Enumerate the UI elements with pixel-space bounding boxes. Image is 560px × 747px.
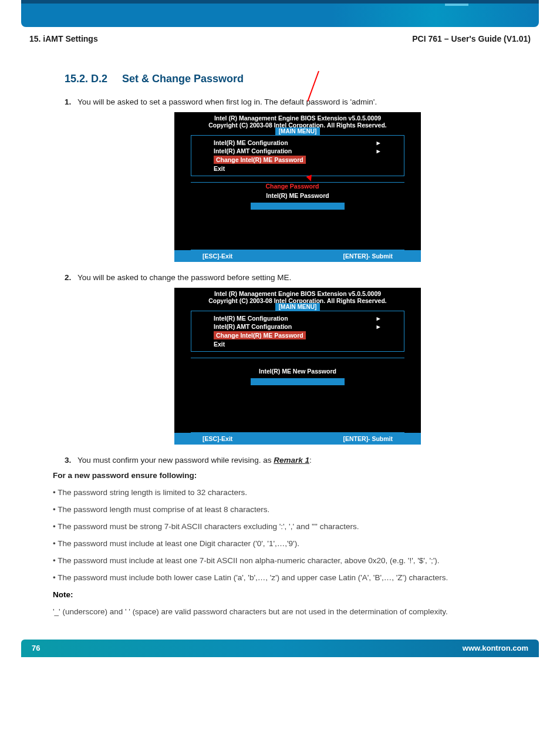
page-footer: 76 www.kontron.com: [21, 640, 539, 657]
arrow-icon: ►: [376, 147, 382, 154]
section-title: Set & Change Password: [122, 73, 244, 85]
menu-item-1: Intel(R) ME Configuration: [214, 315, 288, 322]
menu-item-4: Exit: [214, 165, 225, 172]
menu-item-4: Exit: [214, 341, 225, 348]
step-2: 2. You will be asked to change the passw…: [65, 272, 531, 283]
menu-item-3-highlight: Change Intel(R) ME Password: [214, 331, 306, 339]
bios-footer: [ESC]-Exit [ENTER]- Submit: [174, 250, 421, 262]
bios-menu: Intel(R) ME Configuration► Intel(R) AMT …: [191, 135, 404, 176]
bios-prompt-area: Intel(R) ME New Password: [174, 358, 421, 375]
bios-title-1: Intel (R) Management Engine BIOS Extensi…: [174, 115, 421, 122]
header-left: 15. iAMT Settings: [29, 34, 98, 43]
step-text: You must confirm your new password while…: [77, 455, 312, 466]
page-top-border: [21, 0, 539, 27]
step-text: You will be asked to change the password…: [77, 272, 291, 283]
step-1: 1. You will be asked to set a password w…: [65, 97, 531, 107]
bios-footer-right: [ENTER]- Submit: [343, 435, 393, 442]
menu-item-2: Intel(R) AMT Configuration: [214, 147, 292, 154]
section-number: 15.2. D.2: [65, 73, 107, 85]
page-number: 76: [32, 644, 40, 652]
arrow-icon: ►: [376, 139, 382, 146]
step-num: 1.: [65, 97, 77, 107]
bios-prompt-text: Intel(R) ME Password: [266, 192, 329, 199]
main-menu-label: [MAIN MENU]: [275, 303, 320, 311]
bios-footer-left: [ESC]-Exit: [203, 435, 232, 442]
bios-footer: [ESC]-Exit [ENTER]- Submit: [174, 433, 421, 445]
bios-prompt-text: Intel(R) ME New Password: [259, 368, 336, 375]
step-3-text-b: :: [309, 456, 312, 465]
arrow-icon: ►: [376, 323, 382, 330]
remark-bullet-2: • The password length must comprise of a…: [53, 505, 531, 514]
section-heading: 15.2. D.2 Set & Change Password: [65, 73, 531, 85]
page-header: 15. iAMT Settings PCI 761 – User's Guide…: [29, 34, 531, 43]
menu-item-3-highlight: Change Intel(R) ME Password: [214, 156, 306, 164]
note-label: Note:: [53, 590, 531, 599]
bios-screenshot-2: Intel (R) Management Engine BIOS Extensi…: [174, 288, 421, 445]
step-3-text-a: You must confirm your new password while…: [77, 456, 274, 465]
arrow-icon: ►: [376, 315, 382, 322]
bios-footer-left: [ESC]-Exit: [203, 253, 232, 260]
remark-bullet-5: • The password must include at least one…: [53, 556, 531, 565]
remark-bullet-3: • The password must be strong 7-bit ASCI…: [53, 522, 531, 531]
bios-title-1: Intel (R) Management Engine BIOS Extensi…: [174, 290, 421, 297]
remark-bullet-6: • The password must include both lower c…: [53, 573, 531, 582]
main-menu-label: [MAIN MENU]: [275, 127, 320, 135]
remark-intro: For a new password ensure following:: [53, 471, 531, 480]
step-num: 3.: [65, 455, 77, 466]
bios-screenshot-1: Intel (R) Management Engine BIOS Extensi…: [174, 112, 421, 262]
remark-bullet-4: • The password must include at least one…: [53, 539, 531, 548]
menu-item-1: Intel(R) ME Configuration: [214, 139, 288, 146]
step-3: 3. You must confirm your new password wh…: [65, 455, 531, 466]
bios-menu: Intel(R) ME Configuration► Intel(R) AMT …: [191, 311, 404, 352]
bios-prompt-area: Change Password Intel(R) ME Password: [174, 183, 421, 199]
step-text: You will be asked to set a password when…: [77, 97, 377, 107]
header-right: PCI 761 – User's Guide (V1.01): [412, 34, 531, 43]
step-num: 2.: [65, 272, 77, 283]
remark-link: Remark 1: [274, 456, 309, 465]
remark-block: For a new password ensure following: • T…: [53, 471, 531, 616]
bios-input-field: [251, 203, 345, 210]
bios-input-field: [251, 378, 345, 385]
remark-bullet-1: • The password string length is limited …: [53, 488, 531, 497]
footer-url: www.kontron.com: [463, 644, 528, 652]
change-password-overlay: Change Password: [265, 183, 319, 190]
menu-item-2: Intel(R) AMT Configuration: [214, 323, 292, 330]
note-text: '_' (underscore) and ' ' (space) are val…: [53, 607, 531, 616]
bios-footer-right: [ENTER]- Submit: [343, 253, 393, 260]
